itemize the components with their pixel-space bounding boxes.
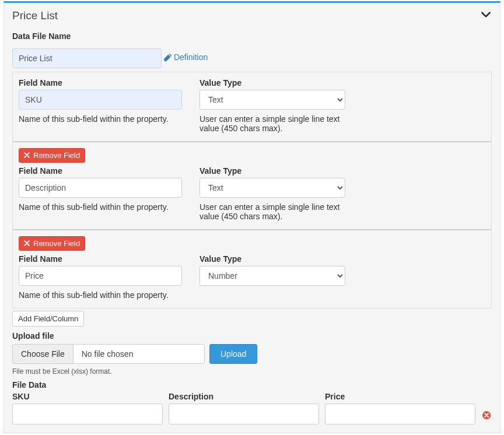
field-name-help: Name of this sub-field within the proper… <box>19 290 182 300</box>
value-type-select[interactable]: TextNumber <box>200 266 345 286</box>
panel-body: Data File Name Definition Field NameName… <box>4 26 500 433</box>
file-data-column: Description <box>169 392 319 425</box>
close-icon <box>24 152 30 158</box>
delete-row-button[interactable] <box>481 411 492 425</box>
upload-button[interactable]: Upload <box>209 344 257 364</box>
file-picker[interactable]: Choose File No file chosen <box>12 344 205 364</box>
file-data-label: File Data <box>12 380 492 390</box>
column-header: Price <box>325 392 475 401</box>
pencil-icon <box>164 54 172 61</box>
value-type-help: User can enter a simple single line text… <box>200 202 345 221</box>
upload-row: Choose File No file chosen Upload <box>12 344 492 364</box>
collapse-toggle[interactable] <box>480 9 492 22</box>
close-icon <box>24 240 30 246</box>
panel-title: Price List <box>12 9 58 22</box>
panel-header: Price List <box>4 3 500 26</box>
field-name-input[interactable] <box>19 90 182 110</box>
upload-file-label: Upload file <box>12 331 492 341</box>
file-chosen-text: No file chosen <box>74 345 204 363</box>
definition-link-text: Definition <box>174 52 208 62</box>
data-file-name-label: Data File Name <box>12 31 492 41</box>
price-list-panel: Price List Data File Name Definition Fie… <box>4 1 501 433</box>
value-type-help: User can enter a simple single line text… <box>200 114 345 133</box>
field-block: Remove FieldField NameName of this sub-f… <box>13 141 491 229</box>
choose-file-button[interactable]: Choose File <box>13 345 74 363</box>
column-header: SKU <box>12 392 163 401</box>
field-block: Field NameName of this sub-field within … <box>13 72 491 141</box>
chevron-down-icon <box>480 9 492 20</box>
field-name-help: Name of this sub-field within the proper… <box>19 202 182 212</box>
file-data-column: SKU <box>12 392 163 425</box>
remove-field-button[interactable]: Remove Field <box>19 236 85 251</box>
field-name-input[interactable] <box>19 178 182 198</box>
cell-input[interactable] <box>325 404 475 425</box>
value-type-select[interactable]: TextNumber <box>200 90 345 110</box>
cell-input[interactable] <box>12 404 163 425</box>
file-data-grid: SKUDescriptionPrice <box>12 392 492 425</box>
value-type-label: Value Type <box>200 78 345 87</box>
value-type-label: Value Type <box>200 166 345 176</box>
close-circle-icon <box>482 411 491 420</box>
field-name-input[interactable] <box>19 266 182 286</box>
field-block: Remove FieldField NameName of this sub-f… <box>13 229 491 308</box>
fields-container: Field NameName of this sub-field within … <box>12 72 492 308</box>
field-name-label: Field Name <box>19 166 182 176</box>
data-file-name-input[interactable] <box>12 48 162 68</box>
remove-field-button[interactable]: Remove Field <box>19 148 85 163</box>
upload-hint: File must be Excel (xlsx) format. <box>12 367 492 376</box>
value-type-select[interactable]: TextNumber <box>200 178 345 198</box>
file-data-column: Price <box>325 392 475 425</box>
add-field-button[interactable]: Add Field/Column <box>12 311 84 327</box>
column-header: Description <box>169 392 319 401</box>
field-name-label: Field Name <box>19 254 182 264</box>
definition-link[interactable]: Definition <box>164 52 208 62</box>
field-name-label: Field Name <box>19 78 182 87</box>
field-name-help: Name of this sub-field within the proper… <box>19 114 182 124</box>
value-type-label: Value Type <box>200 254 345 264</box>
cell-input[interactable] <box>169 404 319 425</box>
